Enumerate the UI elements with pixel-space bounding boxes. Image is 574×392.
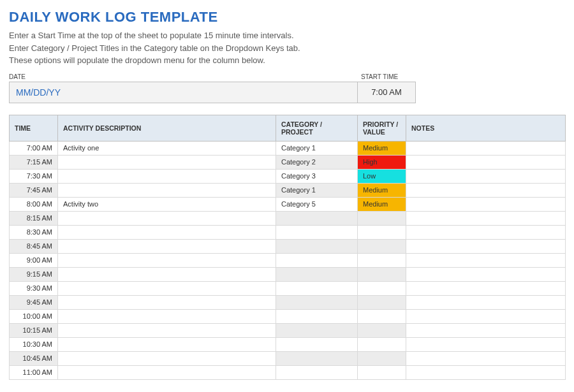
activity-cell[interactable] [58, 225, 276, 239]
activity-cell[interactable] [58, 281, 276, 295]
priority-cell[interactable] [358, 267, 406, 281]
notes-cell[interactable] [406, 281, 566, 295]
category-cell[interactable] [276, 267, 358, 281]
notes-cell[interactable] [406, 295, 566, 309]
table-row: 9:45 AM [10, 295, 566, 309]
category-cell[interactable] [276, 309, 358, 323]
notes-cell[interactable] [406, 365, 566, 379]
notes-cell[interactable] [406, 169, 566, 183]
priority-cell[interactable] [358, 225, 406, 239]
activity-cell[interactable] [58, 337, 276, 351]
col-priority: PRIORITY / VALUE [358, 115, 406, 141]
time-cell: 7:30 AM [10, 169, 58, 183]
notes-cell[interactable] [406, 267, 566, 281]
activity-cell[interactable] [58, 253, 276, 267]
category-cell[interactable] [276, 225, 358, 239]
notes-cell[interactable] [406, 239, 566, 253]
page-title: DAILY WORK LOG TEMPLATE [9, 9, 565, 25]
category-cell[interactable]: Category 5 [276, 197, 358, 211]
priority-cell[interactable] [358, 239, 406, 253]
notes-cell[interactable] [406, 197, 566, 211]
time-cell: 10:45 AM [10, 351, 58, 365]
instructions-block: Enter a Start Time at the top of the she… [9, 29, 565, 67]
activity-cell[interactable]: Activity two [58, 197, 276, 211]
table-row: 7:45 AMCategory 1Medium [10, 183, 566, 197]
activity-cell[interactable] [58, 183, 276, 197]
time-cell: 8:00 AM [10, 197, 58, 211]
priority-cell[interactable] [358, 365, 406, 379]
time-cell: 8:45 AM [10, 239, 58, 253]
date-input[interactable]: MM/DD/YY [10, 82, 358, 103]
category-cell[interactable] [276, 211, 358, 225]
notes-cell[interactable] [406, 253, 566, 267]
instruction-line: These options will populate the dropdown… [9, 54, 565, 67]
priority-cell[interactable] [358, 309, 406, 323]
time-cell: 10:30 AM [10, 337, 58, 351]
category-cell[interactable]: Category 2 [276, 155, 358, 169]
activity-cell[interactable] [58, 351, 276, 365]
meta-row: MM/DD/YY 7:00 AM [9, 82, 416, 103]
start-time-label: START TIME [358, 73, 416, 80]
category-cell[interactable] [276, 351, 358, 365]
category-cell[interactable] [276, 323, 358, 337]
time-cell: 10:15 AM [10, 323, 58, 337]
activity-cell[interactable] [58, 295, 276, 309]
instruction-line: Enter a Start Time at the top of the she… [9, 29, 565, 42]
notes-cell[interactable] [406, 323, 566, 337]
activity-cell[interactable] [58, 239, 276, 253]
activity-cell[interactable] [58, 211, 276, 225]
priority-cell[interactable] [358, 351, 406, 365]
table-row: 8:45 AM [10, 239, 566, 253]
category-cell[interactable] [276, 365, 358, 379]
table-header-row: TIME ACTIVITY DESCRIPTION CATEGORY / PRO… [10, 115, 566, 141]
category-cell[interactable] [276, 239, 358, 253]
start-time-input[interactable]: 7:00 AM [358, 82, 415, 103]
category-cell[interactable] [276, 253, 358, 267]
priority-cell[interactable]: Medium [358, 197, 406, 211]
table-row: 11:00 AM [10, 365, 566, 379]
activity-cell[interactable] [58, 169, 276, 183]
table-row: 7:30 AMCategory 3Low [10, 169, 566, 183]
activity-cell[interactable] [58, 323, 276, 337]
notes-cell[interactable] [406, 351, 566, 365]
time-cell: 9:15 AM [10, 267, 58, 281]
activity-cell[interactable] [58, 365, 276, 379]
activity-cell[interactable] [58, 309, 276, 323]
priority-cell[interactable] [358, 295, 406, 309]
category-cell[interactable] [276, 281, 358, 295]
notes-cell[interactable] [406, 225, 566, 239]
activity-cell[interactable]: Activity one [58, 141, 276, 155]
time-cell: 11:00 AM [10, 365, 58, 379]
notes-cell[interactable] [406, 155, 566, 169]
time-cell: 9:45 AM [10, 295, 58, 309]
notes-cell[interactable] [406, 337, 566, 351]
priority-cell[interactable] [358, 253, 406, 267]
instruction-line: Enter Category / Project Titles in the C… [9, 42, 565, 55]
priority-cell[interactable] [358, 281, 406, 295]
priority-cell[interactable] [358, 337, 406, 351]
table-row: 7:00 AMActivity oneCategory 1Medium [10, 141, 566, 155]
activity-cell[interactable] [58, 155, 276, 169]
col-time: TIME [10, 115, 58, 141]
priority-cell[interactable]: Medium [358, 141, 406, 155]
time-cell: 7:45 AM [10, 183, 58, 197]
table-row: 10:45 AM [10, 351, 566, 365]
date-label: DATE [9, 73, 358, 80]
time-cell: 9:00 AM [10, 253, 58, 267]
priority-cell[interactable]: Medium [358, 183, 406, 197]
priority-cell[interactable] [358, 211, 406, 225]
priority-cell[interactable]: Low [358, 169, 406, 183]
priority-cell[interactable] [358, 323, 406, 337]
category-cell[interactable]: Category 3 [276, 169, 358, 183]
category-cell[interactable]: Category 1 [276, 141, 358, 155]
category-cell[interactable] [276, 295, 358, 309]
category-cell[interactable] [276, 337, 358, 351]
activity-cell[interactable] [58, 267, 276, 281]
notes-cell[interactable] [406, 141, 566, 155]
notes-cell[interactable] [406, 211, 566, 225]
category-cell[interactable]: Category 1 [276, 183, 358, 197]
notes-cell[interactable] [406, 309, 566, 323]
notes-cell[interactable] [406, 183, 566, 197]
priority-cell[interactable]: High [358, 155, 406, 169]
table-row: 10:30 AM [10, 337, 566, 351]
